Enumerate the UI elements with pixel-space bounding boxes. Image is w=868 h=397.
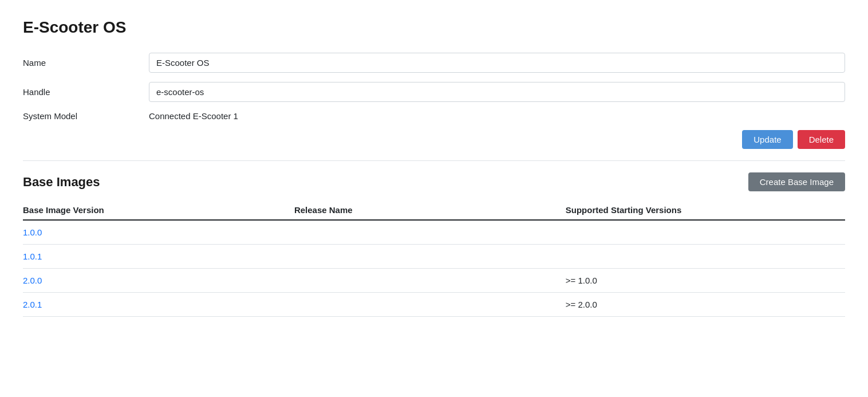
- col-header-version: Base Image Version: [23, 201, 294, 220]
- table-body: 1.0.01.0.12.0.0>= 1.0.02.0.1>= 2.0.0: [23, 220, 845, 317]
- table-row: 1.0.0: [23, 220, 845, 245]
- base-images-header: Base Images Create Base Image: [23, 172, 845, 191]
- base-images-title: Base Images: [23, 175, 100, 190]
- release-cell: [294, 245, 566, 269]
- table-header: Base Image Version Release Name Supporte…: [23, 201, 845, 220]
- release-cell: [294, 220, 566, 245]
- system-model-value: Connected E-Scooter 1: [149, 111, 238, 121]
- base-images-table: Base Image Version Release Name Supporte…: [23, 201, 845, 317]
- release-cell: [294, 293, 566, 317]
- create-base-image-button[interactable]: Create Base Image: [748, 172, 845, 191]
- col-header-release: Release Name: [294, 201, 566, 220]
- system-model-label: System Model: [23, 111, 149, 121]
- supported-cell: [566, 245, 845, 269]
- table-row: 1.0.1: [23, 245, 845, 269]
- name-input[interactable]: [149, 53, 845, 73]
- version-cell: 2.0.0: [23, 269, 294, 293]
- form-section: Name Handle System Model Connected E-Sco…: [23, 53, 845, 121]
- version-link[interactable]: 2.0.1: [23, 300, 42, 309]
- table-header-row: Base Image Version Release Name Supporte…: [23, 201, 845, 220]
- table-row: 2.0.1>= 2.0.0: [23, 293, 845, 317]
- update-button[interactable]: Update: [742, 130, 792, 149]
- name-label: Name: [23, 58, 149, 68]
- form-action-buttons: Update Delete: [23, 130, 845, 149]
- system-model-row: System Model Connected E-Scooter 1: [23, 111, 845, 121]
- supported-cell: [566, 220, 845, 245]
- table-row: 2.0.0>= 1.0.0: [23, 269, 845, 293]
- delete-button[interactable]: Delete: [798, 130, 845, 149]
- supported-cell: >= 1.0.0: [566, 269, 845, 293]
- version-link[interactable]: 2.0.0: [23, 276, 42, 285]
- name-row: Name: [23, 53, 845, 73]
- handle-input[interactable]: [149, 82, 845, 102]
- version-cell: 1.0.1: [23, 245, 294, 269]
- handle-label: Handle: [23, 87, 149, 97]
- version-link[interactable]: 1.0.0: [23, 227, 42, 237]
- version-cell: 2.0.1: [23, 293, 294, 317]
- supported-cell: >= 2.0.0: [566, 293, 845, 317]
- handle-row: Handle: [23, 82, 845, 102]
- section-divider: [23, 160, 845, 161]
- version-link[interactable]: 1.0.1: [23, 251, 42, 261]
- release-cell: [294, 269, 566, 293]
- page-title: E-Scooter OS: [23, 18, 845, 37]
- version-cell: 1.0.0: [23, 220, 294, 245]
- col-header-supported: Supported Starting Versions: [566, 201, 845, 220]
